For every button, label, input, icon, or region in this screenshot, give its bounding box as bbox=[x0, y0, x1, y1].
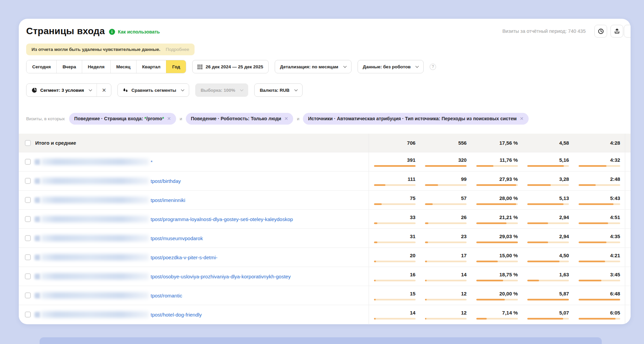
favicon-blurred bbox=[35, 274, 40, 279]
period-tab[interactable]: Неделя bbox=[82, 60, 110, 73]
period-tab[interactable]: Месяц bbox=[110, 60, 136, 73]
compare-segments-button[interactable]: Сравнить сегменты bbox=[117, 83, 189, 97]
depth-cell: 3,28 bbox=[523, 171, 574, 190]
sample-button: Выборка: 100% bbox=[195, 83, 248, 97]
url-link[interactable]: tpost/programma-loyalnosti-dlya-gostey-s… bbox=[151, 216, 293, 222]
row-checkbox[interactable] bbox=[25, 292, 31, 298]
depth-bar bbox=[527, 318, 569, 320]
page: Страницы входа i Как использовать Визиты… bbox=[0, 0, 644, 344]
favicon-blurred bbox=[35, 197, 40, 203]
row-checkbox[interactable] bbox=[25, 197, 31, 203]
url-link[interactable]: * bbox=[151, 159, 153, 165]
url-prefix-blurred bbox=[41, 273, 149, 280]
totals-time: 4:28 bbox=[574, 134, 625, 152]
depth-cell: 5,87 bbox=[523, 286, 574, 305]
url-link[interactable]: tpost/hotel-dog-friendly bbox=[151, 312, 202, 318]
time-cell: 4:32 bbox=[574, 152, 625, 171]
depth-cell: 4,50 bbox=[523, 248, 574, 267]
views-cell: 17 bbox=[420, 248, 472, 267]
how-to-use-link[interactable]: Как использовать bbox=[118, 29, 160, 35]
visits-cell: 31 bbox=[369, 229, 420, 248]
depth-cell: 5,13 bbox=[523, 191, 574, 209]
row-checkbox[interactable] bbox=[25, 178, 31, 184]
bounce-bar bbox=[476, 299, 518, 300]
row-checkbox[interactable] bbox=[25, 273, 31, 279]
url-link[interactable]: tpost/romantic bbox=[151, 293, 182, 298]
more-button-clipped[interactable] bbox=[624, 25, 631, 38]
table-row: tpost/poezdka-v-piter-s-detmi- 20 17 15,… bbox=[19, 248, 631, 267]
row-checkbox[interactable] bbox=[25, 312, 31, 318]
depth-bar bbox=[527, 242, 569, 243]
compare-drops-icon bbox=[123, 87, 128, 93]
visits-bar bbox=[374, 318, 416, 320]
bounce-bar bbox=[476, 242, 518, 243]
time-bar bbox=[579, 184, 620, 186]
row-checkbox[interactable] bbox=[25, 159, 31, 165]
segment-button[interactable]: Сегмент: 3 условия bbox=[26, 84, 97, 96]
views-cell: 12 bbox=[420, 286, 472, 305]
views-bar bbox=[425, 280, 467, 281]
detail-label: Детализация: по месяцам bbox=[280, 64, 338, 69]
period-tab[interactable]: Вчера bbox=[56, 60, 82, 73]
period-tab[interactable]: Год bbox=[166, 60, 186, 73]
filter-chips-row: Визиты, в которых Поведение · Страница в… bbox=[26, 113, 623, 125]
bounce-bar bbox=[476, 280, 518, 281]
chevron-down-icon bbox=[294, 88, 298, 91]
question-icon[interactable]: ? bbox=[430, 64, 436, 70]
row-metrics: 75 57 28,00 % 5,13 5:43 bbox=[369, 191, 625, 209]
notice-more-link[interactable]: Подробнее bbox=[166, 47, 189, 52]
url-prefix-blurred bbox=[41, 178, 149, 184]
segment-clear-button[interactable]: ✕ bbox=[97, 84, 111, 96]
row-checkbox[interactable] bbox=[25, 235, 31, 241]
visits-cell: 15 bbox=[369, 286, 420, 305]
bounce-bar bbox=[476, 203, 518, 205]
currency-button[interactable]: Валюта: RUB bbox=[254, 83, 303, 97]
url-cell: tpost/osobye-usloviya-prozhivaniya-dlya-… bbox=[19, 267, 369, 286]
select-all-checkbox[interactable] bbox=[25, 140, 31, 146]
url-link[interactable]: tpost/birthday bbox=[151, 178, 181, 184]
chip-label: Источники · Автоматическая атрибуция · Т… bbox=[308, 116, 517, 121]
filter-chip-entry-page[interactable]: Поведение · Страница входа: */promo* ✕ bbox=[69, 113, 176, 125]
depth-bar bbox=[527, 222, 569, 224]
filter-chip-robots[interactable]: Поведение · Роботность: Только люди ✕ bbox=[186, 113, 293, 125]
data-button[interactable]: Данные: без роботов bbox=[358, 60, 424, 73]
visits-bar bbox=[374, 203, 416, 205]
period-tab[interactable]: Сегодня bbox=[26, 60, 56, 73]
detail-button[interactable]: Детализация: по месяцам bbox=[275, 60, 352, 73]
row-checkbox[interactable] bbox=[25, 254, 31, 260]
url-link[interactable]: tpost/poezdka-v-piter-s-detmi- bbox=[151, 255, 217, 260]
url-cell: tpost/romantic bbox=[19, 286, 369, 305]
period-tab-label: Квартал bbox=[142, 64, 161, 69]
history-icon bbox=[598, 28, 604, 35]
url-prefix-blurred bbox=[41, 158, 149, 165]
filter-chip-source[interactable]: Источники · Автоматическая атрибуция · Т… bbox=[303, 113, 529, 125]
close-icon[interactable]: ✕ bbox=[284, 116, 288, 121]
views-cell: 57 bbox=[420, 191, 472, 209]
period-tab[interactable]: Квартал bbox=[136, 60, 166, 73]
time-cell: 4:35 bbox=[574, 229, 625, 248]
url-link[interactable]: tpost/imeninniki bbox=[151, 197, 185, 203]
bounce-cell: 11,76 % bbox=[471, 152, 523, 171]
bounce-bar bbox=[476, 165, 518, 167]
export-button[interactable] bbox=[610, 25, 623, 38]
url-link[interactable]: tpost/osobye-usloviya-prozhivaniya-dlya-… bbox=[151, 274, 291, 279]
period-tab-label: Вчера bbox=[62, 64, 76, 69]
date-range-button[interactable]: 26 дек 2024 — 25 дек 2025 bbox=[192, 60, 269, 73]
close-icon[interactable]: ✕ bbox=[167, 116, 171, 121]
views-bar bbox=[425, 242, 467, 243]
chip-label: Поведение · Страница входа: */promo* bbox=[74, 116, 164, 121]
visits-cell: 16 bbox=[369, 267, 420, 286]
totals-views: 556 bbox=[420, 134, 472, 152]
views-bar bbox=[425, 184, 467, 186]
table-rows: * 391 320 11,76 % 5,16 4:32 bbox=[19, 152, 631, 324]
row-checkbox[interactable] bbox=[25, 216, 31, 222]
url-link[interactable]: tpost/museumvpodarok bbox=[151, 235, 203, 241]
history-button[interactable] bbox=[594, 25, 607, 38]
page-title: Страницы входа bbox=[26, 26, 105, 37]
time-bar bbox=[579, 242, 620, 243]
compare-segments-label: Сравнить сегменты bbox=[131, 88, 176, 93]
and-connector: и bbox=[297, 116, 299, 121]
url-cell: tpost/poezdka-v-piter-s-detmi- bbox=[19, 248, 369, 267]
close-icon[interactable]: ✕ bbox=[520, 116, 524, 121]
url-prefix-blurred bbox=[41, 197, 149, 203]
